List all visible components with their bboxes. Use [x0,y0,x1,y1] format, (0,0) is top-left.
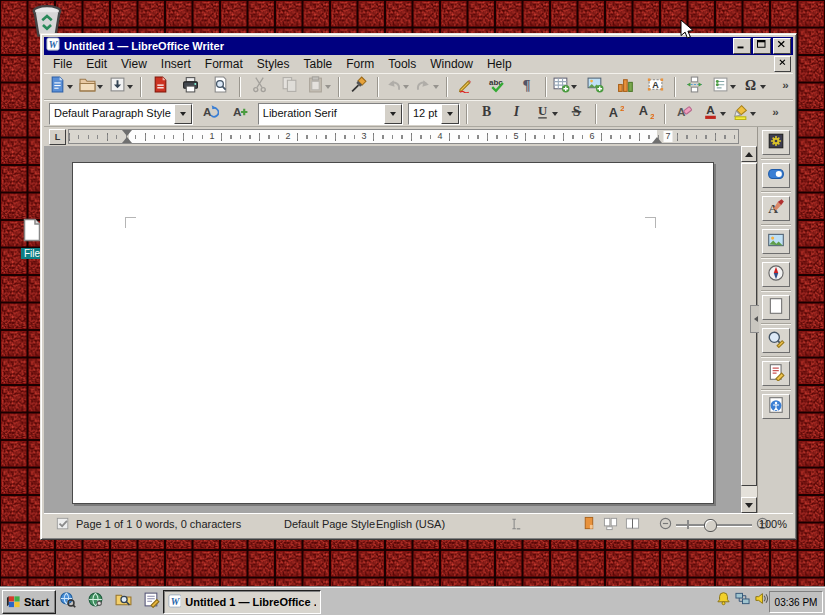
sidebar-tab-gallery[interactable] [762,229,790,254]
sidebar-tab-navigator[interactable] [762,262,790,287]
zoom-out-button[interactable] [659,517,672,532]
tray-volume[interactable] [754,591,769,610]
sidebar-tab-manage-changes[interactable] [762,361,790,386]
menu-styles[interactable]: Styles [250,56,297,72]
insert-chart-button[interactable] [611,74,640,100]
font-color-button[interactable]: A [700,101,729,127]
sidebar-tab-styles[interactable]: A [762,196,790,221]
undo-button[interactable] [383,74,412,100]
taskbar-clock[interactable]: 03:36 PM [769,591,823,613]
sidebar-collapse-handle[interactable] [750,305,759,333]
menu-edit[interactable]: Edit [79,56,114,72]
redo-dropdown-arrow[interactable] [432,75,440,99]
sidebar-tab-accessibility-check[interactable] [762,394,790,419]
strikethrough-button[interactable]: S [562,101,591,127]
zoom-slider-handle[interactable] [704,519,717,532]
redo-button[interactable] [413,74,442,100]
close-document-button[interactable] [774,56,791,72]
writer-task-button[interactable]: W Untitled 1 — LibreOffice ... [163,590,321,614]
sidebar-tab-properties[interactable] [762,163,790,188]
save-button[interactable] [107,74,136,100]
font-size-combo-dropdown-button[interactable] [441,104,459,124]
status-page-style[interactable]: Default Page Style [284,518,375,530]
close-button[interactable] [773,38,791,54]
quick-launch-web-browser[interactable] [84,591,106,611]
insert-textbox-button[interactable]: A [641,74,670,100]
insert-table-dropdown-arrow[interactable] [570,75,578,99]
tray-alerts[interactable] [716,591,731,610]
status-word-count[interactable]: 0 words, 0 characters [136,518,241,530]
left-indent-marker[interactable] [122,137,132,143]
insert-image-button[interactable] [581,74,610,100]
zoom-percent[interactable]: 100% [759,518,787,530]
toolbar-overflow-button[interactable]: » [771,74,800,100]
highlight-color-dropdown-arrow[interactable] [749,102,757,126]
new-document-button[interactable] [47,74,76,100]
new-document-dropdown-arrow[interactable] [66,75,74,99]
paragraph-style-combo[interactable]: Default Paragraph Style [49,103,193,125]
font-name-combo[interactable]: Liberation Serif [258,103,403,125]
quick-launch-internet-search[interactable] [56,591,78,611]
cut-button[interactable] [245,74,274,100]
menu-table[interactable]: Table [297,56,340,72]
status-page-number[interactable]: Page 1 of 1 [76,518,132,530]
save-status-icon[interactable] [56,517,70,533]
menu-form[interactable]: Form [339,56,381,72]
open-button[interactable] [77,74,106,100]
undo-dropdown-arrow[interactable] [402,75,410,99]
tray-network[interactable] [735,591,750,610]
tab-stop-selector[interactable]: L [49,129,66,145]
paste-button[interactable] [305,74,334,100]
quick-launch-find-files[interactable] [112,591,134,611]
font-size-combo[interactable]: 12 pt [408,103,460,125]
superscript-button[interactable]: A2 [601,101,630,127]
font-color-dropdown-arrow[interactable] [719,102,727,126]
underline-dropdown-arrow[interactable] [551,102,559,126]
minimize-button[interactable] [733,38,751,54]
new-style-button[interactable]: A [226,101,255,127]
print-button[interactable] [176,74,205,100]
menu-view[interactable]: View [114,56,154,72]
insert-field-button[interactable] [710,74,739,100]
bold-button[interactable]: B [472,101,501,127]
book-view-button[interactable] [622,516,642,533]
export-pdf-button[interactable] [146,74,175,100]
subscript-button[interactable]: A2 [631,101,660,127]
sidebar-tab-page[interactable] [762,295,790,320]
menu-tools[interactable]: Tools [381,56,423,72]
insert-table-button[interactable] [551,74,580,100]
spelling-button[interactable] [452,74,481,100]
toolbar-overflow-button[interactable]: » [761,101,790,127]
copy-button[interactable] [275,74,304,100]
clone-formatting-button[interactable] [344,74,373,100]
sidebar-tab-sidebar-settings[interactable] [762,130,790,155]
menu-window[interactable]: Window [423,56,480,72]
scroll-down-button[interactable] [741,497,757,513]
clear-formatting-button[interactable]: A [670,101,699,127]
single-page-view-button[interactable] [578,516,598,533]
font-size-combo-value[interactable]: 12 pt [409,104,441,124]
multi-page-view-button[interactable] [600,516,620,533]
start-button[interactable]: Start [2,590,56,614]
auto-spellcheck-button[interactable]: abc [482,74,511,100]
paragraph-style-combo-value[interactable]: Default Paragraph Style [50,104,174,124]
font-name-combo-dropdown-button[interactable] [384,104,402,124]
document-page[interactable] [72,162,714,504]
scroll-up-button[interactable] [741,146,757,162]
horizontal-ruler[interactable]: 1234567 [68,129,739,144]
print-preview-button[interactable] [206,74,235,100]
status-language[interactable]: English (USA) [376,518,445,530]
paragraph-style-combo-dropdown-button[interactable] [174,104,192,124]
right-indent-marker[interactable] [652,137,662,143]
first-line-indent-marker[interactable] [122,130,132,136]
highlight-color-button[interactable] [730,101,759,127]
menu-format[interactable]: Format [198,56,250,72]
insert-page-break-button[interactable] [680,74,709,100]
menu-file[interactable]: File [46,56,79,72]
menu-help[interactable]: Help [480,56,519,72]
insert-field-dropdown-arrow[interactable] [729,75,737,99]
insert-special-character-button[interactable]: Ω [740,74,769,100]
italic-button[interactable]: I [502,101,531,127]
save-dropdown-arrow[interactable] [126,75,134,99]
update-style-button[interactable]: A [196,101,225,127]
